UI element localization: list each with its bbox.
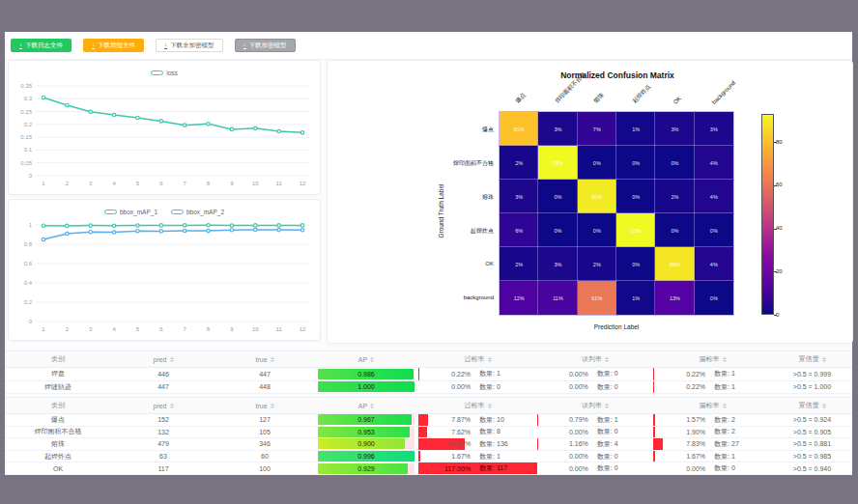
matrix-column-label: 爆点 (514, 91, 529, 105)
legend-item-loss[interactable]: loss (151, 70, 178, 76)
column-header-置信度[interactable]: 置信度 (772, 398, 852, 413)
column-header-误判率[interactable]: 误判率 (537, 351, 653, 367)
svg-text:0.2: 0.2 (24, 122, 33, 127)
cls-cell: 焊盘 (5, 368, 111, 380)
matrix-cell: 3% (695, 112, 733, 146)
svg-text:0.35: 0.35 (20, 83, 32, 89)
sort-carets-icon[interactable] (822, 357, 826, 362)
svg-text:0: 0 (29, 319, 33, 324)
sort-carets-icon[interactable] (488, 357, 492, 362)
download-encrypted-model-button[interactable]: ↓下载加密模型 (235, 39, 296, 52)
matrix-cell: 0% (655, 146, 694, 180)
sort-carets-icon[interactable] (822, 404, 826, 408)
matrix-cell: 0% (538, 213, 577, 247)
sort-carets-icon[interactable] (271, 404, 274, 408)
matrix-cell: 0% (616, 180, 655, 213)
download-unencrypted-model-button[interactable]: ↓下载非加密模型 (156, 39, 223, 52)
svg-text:6: 6 (159, 181, 163, 186)
download-log-button[interactable]: ↓下载日志文件 (11, 39, 72, 52)
svg-text:6: 6 (159, 326, 163, 332)
pred-cell: 447 (111, 381, 215, 394)
matrix-cell: 0% (616, 247, 655, 281)
misjudge-rate-cell: 0.00%数量: 0 (537, 381, 653, 394)
column-header-过检率[interactable]: 过检率 (418, 398, 537, 413)
svg-text:0: 0 (29, 173, 33, 179)
svg-text:0.3: 0.3 (24, 96, 33, 101)
table-row: 爆点1521270.9677.87%数量: 100.79%数量: 11.57%数… (5, 414, 852, 427)
button-label: 下载加密模型 (249, 42, 287, 50)
sort-carets-icon[interactable] (723, 404, 727, 408)
colorbar-tick-label: 80 (776, 139, 783, 145)
matrix-cell: 3% (500, 180, 538, 213)
over-detection-rate-cell: 7.87%数量: 10 (418, 414, 537, 426)
matrix-row-label: OK (368, 261, 494, 266)
cls-cell: 起焊炸点 (5, 451, 111, 462)
over-detection-rate-cell: 7.62%数量: 8 (418, 427, 537, 438)
legend-item-bbox_mAP_1[interactable]: bbox_mAP_1 (104, 209, 157, 215)
matrix-cell: 0% (695, 213, 733, 247)
column-header-AP[interactable]: AP (314, 398, 418, 413)
sort-carets-icon[interactable] (271, 357, 274, 362)
legend-item-bbox_mAP_2[interactable]: bbox_mAP_2 (171, 209, 224, 215)
column-header-过检率[interactable]: 过检率 (418, 351, 537, 367)
column-header-漏检率[interactable]: 漏检率 (653, 351, 772, 367)
column-header-pred[interactable]: pred (111, 398, 215, 413)
matrix-cell: 3% (538, 112, 577, 146)
true-cell: 100 (215, 462, 314, 474)
misjudge-rate-cell: 0.00%数量: 0 (537, 451, 653, 462)
matrix-cell: 0% (538, 180, 577, 213)
map-chart-legend: bbox_mAP_1bbox_mAP_2 (9, 204, 320, 219)
svg-text:0.15: 0.15 (20, 134, 32, 140)
svg-text:1: 1 (42, 181, 45, 186)
sort-carets-icon[interactable] (170, 404, 174, 408)
pred-cell: 132 (111, 427, 215, 438)
column-header-pred[interactable]: pred (111, 351, 215, 367)
column-header-误判率[interactable]: 误判率 (537, 398, 653, 413)
sort-carets-icon[interactable] (370, 357, 374, 362)
miss-rate-cell: 1.57%数量: 2 (653, 414, 772, 426)
misjudge-rate-cell: 0.79%数量: 1 (537, 414, 653, 426)
miss-rate-cell: 1.67%数量: 1 (653, 451, 772, 462)
ap-cell: 1.000 (314, 381, 418, 394)
metrics-table-2: 类别predtrueAP过检率误判率漏检率置信度爆点1521270.9677.8… (5, 397, 852, 475)
svg-text:1: 1 (42, 326, 45, 332)
legend-line-icon (171, 210, 184, 214)
ap-cell: 0.986 (314, 368, 418, 380)
colorbar-tick-label: 20 (776, 268, 783, 274)
sort-carets-icon[interactable] (370, 404, 374, 408)
download-report-button[interactable]: ↓下载简报文件 (83, 39, 144, 52)
sort-carets-icon[interactable] (170, 357, 174, 362)
over-detection-rate-cell: 0.00%数量: 0 (418, 381, 537, 394)
matrix-row-label: 爆点 (368, 126, 494, 134)
legend-line-icon (151, 70, 163, 75)
sort-carets-icon[interactable] (605, 357, 609, 362)
legend-label: bbox_mAP_1 (120, 209, 157, 215)
loss-line-chart: 00.050.10.150.20.250.30.3512345678910111… (9, 80, 320, 191)
button-label: 下载非加密模型 (170, 42, 214, 50)
svg-text:11: 11 (276, 326, 283, 332)
column-header-AP[interactable]: AP (314, 351, 418, 367)
matrix-row-label: 焊印面积不合格 (368, 159, 494, 168)
svg-text:9: 9 (230, 326, 234, 332)
matrix-cell: 3% (655, 112, 694, 146)
column-header-true[interactable]: true (215, 398, 314, 413)
svg-text:8: 8 (207, 181, 211, 186)
svg-text:10: 10 (252, 181, 259, 186)
download-icon: ↓ (92, 42, 95, 49)
cls-cell: 焊印面积不合格 (5, 427, 111, 438)
download-icon: ↓ (164, 42, 167, 49)
column-header-true[interactable]: true (215, 351, 314, 367)
sort-carets-icon[interactable] (723, 357, 727, 362)
cls-cell: OK (5, 462, 111, 474)
confidence-cell: >0.5 = 0.940 (772, 462, 852, 474)
sort-carets-icon[interactable] (488, 404, 492, 408)
matrix-cell: 2% (655, 180, 694, 213)
colorbar (761, 114, 774, 315)
column-header-置信度[interactable]: 置信度 (772, 351, 852, 367)
matrix-cell: 0% (695, 281, 733, 315)
ap-cell: 0.900 (314, 438, 418, 450)
column-header-漏检率[interactable]: 漏检率 (653, 398, 772, 413)
ap-cell: 0.929 (314, 462, 418, 474)
sort-carets-icon[interactable] (605, 404, 609, 408)
svg-text:4: 4 (112, 181, 116, 186)
